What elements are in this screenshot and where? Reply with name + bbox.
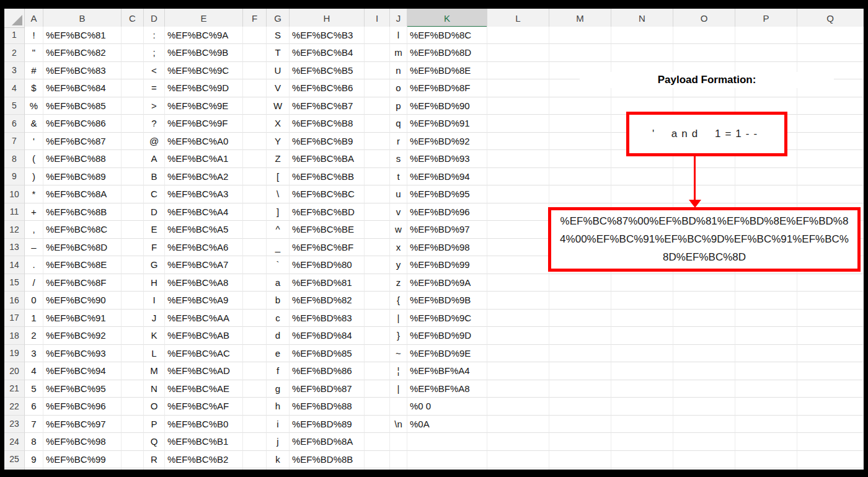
cell-B20[interactable]: %EF%BC%94 (43, 362, 122, 380)
cell-M1[interactable] (549, 27, 611, 45)
cell-A19[interactable]: 3 (25, 345, 43, 363)
cell-E15[interactable]: %EF%BC%A8 (165, 274, 243, 292)
cell-F1[interactable] (243, 27, 267, 45)
cell-E7[interactable]: %EF%BC%A0 (165, 133, 243, 151)
cell-C14[interactable] (122, 256, 144, 274)
cell-L18[interactable] (487, 327, 549, 345)
cell-G12[interactable]: ^ (267, 221, 290, 239)
cell-P16[interactable] (735, 292, 797, 310)
cell-N24[interactable] (611, 433, 673, 451)
cell-D8[interactable]: A (144, 150, 165, 168)
cell-L8[interactable] (487, 150, 549, 168)
cell-F17[interactable] (243, 310, 267, 328)
cell-L20[interactable] (487, 362, 549, 380)
cell-I14[interactable] (365, 256, 390, 274)
cell-G6[interactable]: X (267, 115, 290, 133)
cell-P26[interactable] (735, 468, 797, 470)
cell-I4[interactable] (365, 79, 390, 97)
row-header-22[interactable]: 22 (4, 398, 25, 416)
cell-I20[interactable] (365, 362, 390, 380)
cell-C20[interactable] (122, 362, 144, 380)
cell-H25[interactable]: %EF%BD%8B (290, 451, 365, 469)
cell-D25[interactable]: R (144, 451, 165, 469)
cell-F7[interactable] (243, 133, 267, 151)
cell-D16[interactable]: I (144, 292, 165, 310)
cell-F4[interactable] (243, 79, 267, 97)
row-header-11[interactable]: 11 (4, 203, 25, 221)
cell-Q24[interactable] (797, 433, 864, 451)
cell-I17[interactable] (365, 310, 390, 328)
cell-F19[interactable] (243, 345, 267, 363)
cell-K12[interactable]: %EF%BD%97 (407, 221, 487, 239)
row-header-15[interactable]: 15 (4, 274, 25, 292)
cell-E17[interactable]: %EF%BC%AA (165, 310, 243, 328)
cell-L19[interactable] (487, 345, 549, 363)
row-header-12[interactable]: 12 (4, 221, 25, 239)
cell-K25[interactable] (407, 451, 487, 469)
cell-N19[interactable] (611, 345, 673, 363)
cell-D20[interactable]: M (144, 362, 165, 380)
cell-B1[interactable]: %EF%BC%81 (43, 27, 122, 45)
row-header-20[interactable]: 20 (4, 362, 25, 380)
cell-C9[interactable] (122, 168, 144, 186)
cell-I25[interactable] (365, 451, 390, 469)
cell-M8[interactable] (549, 150, 611, 168)
cell-I3[interactable] (365, 62, 390, 80)
cell-K18[interactable]: %EF%BD%9D (407, 327, 487, 345)
row-header-7[interactable]: 7 (4, 133, 25, 151)
row-header-18[interactable]: 18 (4, 327, 25, 345)
cell-A4[interactable]: $ (25, 79, 43, 97)
payload-source-box[interactable]: ' and 1=1-- (626, 112, 787, 156)
cell-M5[interactable] (549, 97, 611, 115)
cell-G7[interactable]: Y (267, 133, 290, 151)
cell-H2[interactable]: %EF%BC%B4 (290, 44, 365, 62)
cell-O21[interactable] (673, 380, 735, 398)
cell-B21[interactable]: %EF%BC%95 (43, 380, 122, 398)
cell-B22[interactable]: %EF%BC%96 (43, 398, 122, 416)
cell-Q6[interactable] (797, 115, 864, 133)
cell-P17[interactable] (735, 310, 797, 328)
cell-P25[interactable] (735, 451, 797, 469)
cell-J21[interactable]: | (390, 380, 407, 398)
cell-F6[interactable] (243, 115, 267, 133)
cell-H22[interactable]: %EF%BD%88 (290, 398, 365, 416)
cell-I6[interactable] (365, 115, 390, 133)
cell-I2[interactable] (365, 44, 390, 62)
cell-F10[interactable] (243, 185, 267, 203)
cell-I10[interactable] (365, 185, 390, 203)
column-header-E[interactable]: E (165, 9, 243, 28)
cell-I18[interactable] (365, 327, 390, 345)
cell-A13[interactable]: – (25, 239, 43, 257)
cell-H12[interactable]: %EF%BC%BE (290, 221, 365, 239)
cell-P2[interactable] (735, 44, 797, 62)
cell-K1[interactable]: %EF%BD%8C (407, 27, 487, 45)
cell-C15[interactable] (122, 274, 144, 292)
cell-L5[interactable] (487, 97, 549, 115)
row-header-13[interactable]: 13 (4, 239, 25, 257)
cell-E25[interactable]: %EF%BC%B2 (165, 451, 243, 469)
cell-N2[interactable] (611, 44, 673, 62)
cell-B5[interactable]: %EF%BC%85 (43, 97, 122, 115)
cell-L2[interactable] (487, 44, 549, 62)
cell-M18[interactable] (549, 327, 611, 345)
cell-C5[interactable] (122, 97, 144, 115)
column-header-N[interactable]: N (611, 9, 673, 28)
row-header-16[interactable]: 16 (4, 292, 25, 310)
cell-G19[interactable]: e (267, 345, 290, 363)
cell-G26[interactable] (267, 468, 290, 470)
cell-N21[interactable] (611, 380, 673, 398)
cell-P18[interactable] (735, 327, 797, 345)
cell-C24[interactable] (122, 433, 144, 451)
cell-E16[interactable]: %EF%BC%A9 (165, 292, 243, 310)
column-header-G[interactable]: G (267, 9, 290, 28)
cell-G16[interactable]: b (267, 292, 290, 310)
cell-A26[interactable] (25, 468, 43, 470)
cell-O23[interactable] (673, 416, 735, 434)
cell-N9[interactable] (611, 168, 673, 186)
cell-A22[interactable]: 6 (25, 398, 43, 416)
cell-H4[interactable]: %EF%BC%B6 (290, 79, 365, 97)
cell-A24[interactable]: 8 (25, 433, 43, 451)
cell-A9[interactable]: ) (25, 168, 43, 186)
cell-J5[interactable]: p (390, 97, 407, 115)
cell-D9[interactable]: B (144, 168, 165, 186)
